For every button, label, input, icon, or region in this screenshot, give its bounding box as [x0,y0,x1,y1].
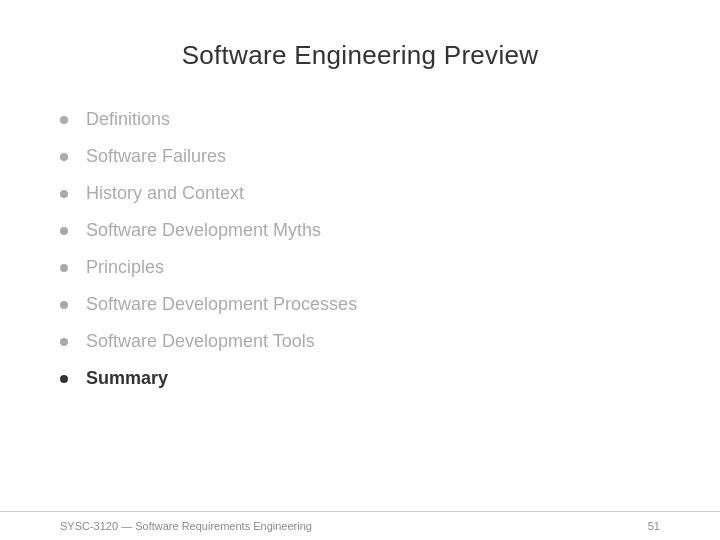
bullet-dot [60,301,68,309]
bullet-item-definitions: Definitions [60,101,660,138]
bullet-dot [60,375,68,383]
bullet-dot [60,116,68,124]
bullet-dot [60,264,68,272]
bullet-text: Software Development Tools [86,328,315,355]
bullet-item-dev-processes: Software Development Processes [60,286,660,323]
footer-course: SYSC-3120 — Software Requirements Engine… [60,520,312,532]
bullet-text: History and Context [86,180,244,207]
slide: Software Engineering Preview Definitions… [0,0,720,540]
footer-page: 51 [648,520,660,532]
bullet-dot [60,227,68,235]
bullet-item-principles: Principles [60,249,660,286]
bullet-list: DefinitionsSoftware FailuresHistory and … [60,101,660,540]
footer: SYSC-3120 — Software Requirements Engine… [0,511,720,540]
bullet-text: Principles [86,254,164,281]
bullet-item-dev-myths: Software Development Myths [60,212,660,249]
slide-title: Software Engineering Preview [60,40,660,71]
bullet-text: Summary [86,365,168,392]
bullet-item-software-failures: Software Failures [60,138,660,175]
bullet-item-dev-tools: Software Development Tools [60,323,660,360]
bullet-item-history-context: History and Context [60,175,660,212]
bullet-item-summary: Summary [60,360,660,397]
bullet-text: Software Failures [86,143,226,170]
bullet-text: Definitions [86,106,170,133]
bullet-dot [60,153,68,161]
bullet-text: Software Development Myths [86,217,321,244]
bullet-dot [60,190,68,198]
bullet-text: Software Development Processes [86,291,357,318]
bullet-dot [60,338,68,346]
